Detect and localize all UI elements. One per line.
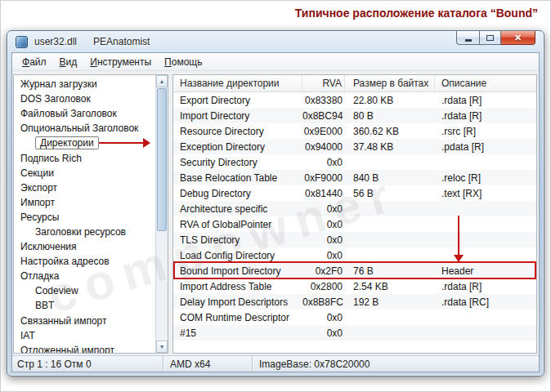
tree-item-import[interactable]: Импорт — [14, 195, 155, 210]
table-row[interactable]: Debug Directory0x8144056 B.text [RX] — [173, 185, 536, 201]
cell-name: Export Directory — [173, 95, 302, 106]
menu-item-label: В — [60, 56, 66, 68]
tree-item-load-journal[interactable]: Журнал загрузки — [14, 77, 155, 91]
cell-name: Bound Import Directory — [173, 265, 302, 277]
menu-item-file[interactable]: Файл — [16, 55, 53, 69]
tree-item-dos-header[interactable]: DOS Заголовок — [14, 91, 155, 106]
cell-description: .rdata [RC] — [435, 296, 536, 308]
column-header-description[interactable]: Описание — [435, 75, 536, 91]
tree-item-label: Подпись Rich — [20, 153, 82, 164]
table-row[interactable]: Export Directory0x8338022.80 KB.rdata [R… — [173, 92, 536, 108]
table-row[interactable]: TLS Directory0x0 — [173, 232, 536, 247]
tree-item-export[interactable]: Экспорт — [14, 180, 155, 195]
directory-table: Название директории RVA Размер в байтах … — [172, 74, 537, 354]
table-row[interactable]: Exception Directory0x9400037.48 KB.pdata… — [173, 139, 536, 154]
app-icon — [16, 36, 28, 48]
cell-name: Import Address Table — [173, 281, 302, 292]
table-row[interactable]: Security Directory0x0 — [173, 154, 536, 170]
cell-size: 56 B — [345, 188, 435, 199]
column-header-name[interactable]: Название директории — [173, 75, 302, 91]
cell-rva: 0x94000 — [302, 141, 345, 153]
cell-name: Import Directory — [173, 110, 302, 122]
table-row[interactable]: #150x0 — [173, 325, 536, 341]
cell-rva: 0x0 — [302, 157, 345, 168]
status-imagebase: ImageBase: 0x78C20000 — [253, 356, 539, 372]
red-arrow-down-line — [458, 216, 459, 255]
cell-description: .rdata [R] — [435, 110, 536, 122]
tree-item-codeview[interactable]: Codeview — [14, 283, 155, 298]
cell-description: .reloc [R] — [435, 172, 536, 184]
tree-item-label: Исключения — [20, 241, 77, 252]
table-row[interactable]: Load Config Directory0x0 — [173, 247, 536, 263]
tree-item-bound-import[interactable]: Связанный импорт — [14, 314, 155, 328]
scrollbar-thumb[interactable] — [157, 88, 167, 231]
table-row[interactable]: Delay Import Descriptors0x8B8FC192 B.rda… — [173, 294, 536, 310]
cell-size: 2.54 KB — [345, 281, 435, 292]
menu-item-tools[interactable]: Инструменты — [83, 55, 158, 69]
tree-scrollbar[interactable]: ▲ ▼ — [155, 75, 168, 353]
cell-rva: 0x0 — [302, 219, 345, 230]
cell-description: .pdata [R] — [435, 141, 536, 153]
tree-item-relocations[interactable]: Настройка адресов — [14, 254, 155, 269]
table-row[interactable]: Resource Directory0x9E000360.62 KB.rsrc … — [173, 123, 536, 139]
app-window: user32.dllPEAnatomist ✕ Файл Вид Инструм… — [7, 30, 544, 376]
cell-size: 360.62 KB — [345, 126, 435, 137]
tree-item-exceptions[interactable]: Исключения — [14, 239, 155, 254]
cell-name: TLS Directory — [173, 234, 302, 246]
table-row[interactable]: COM Runtime Descriptor0x0 — [173, 310, 536, 325]
column-header-size[interactable]: Размер в байтах — [345, 75, 435, 91]
table-row[interactable]: RVA of GlobalPointer0x0 — [173, 216, 536, 232]
tree-item-label: Экспорт — [20, 182, 57, 194]
cell-size: 22.80 KB — [345, 95, 435, 106]
column-header-rva[interactable]: RVA — [302, 75, 345, 91]
scroll-down-button[interactable]: ▼ — [156, 341, 168, 353]
scroll-up-icon: ▲ — [159, 78, 165, 84]
red-arrow-right-line — [99, 142, 143, 144]
table-row[interactable]: Base Relocation Table0xF9000840 B.reloc … — [173, 170, 536, 185]
tree-item-rich-signature[interactable]: Подпись Rich — [14, 150, 155, 165]
red-arrow-right-icon — [143, 138, 150, 148]
cell-name: #15 — [173, 327, 302, 339]
menu-item-label: айл — [29, 56, 46, 68]
tree-item-delay-import[interactable]: Отложенный импорт — [14, 343, 155, 354]
page-title: Типичное расположение каталога “Bound” — [295, 7, 538, 20]
tree-item-resource-headers[interactable]: Заголовки ресурсов — [14, 225, 155, 239]
maximize-icon — [486, 35, 494, 41]
cell-rva: 0x83380 — [302, 95, 345, 106]
window-title: user32.dllPEAnatomist — [34, 36, 150, 47]
red-arrow-down-icon — [454, 255, 464, 262]
tree-item-label: Ресурсы — [20, 212, 59, 223]
cell-rva: 0x0 — [302, 250, 345, 261]
tree-item-label: Codeview — [35, 285, 78, 296]
menu-item-label: Ф — [22, 56, 29, 68]
tree-item-optional-header[interactable]: Опциональный Заголовок — [14, 121, 155, 136]
close-button[interactable]: ✕ — [501, 31, 535, 45]
table-body: Export Directory0x8338022.80 KB.rdata [R… — [173, 92, 536, 341]
tree-item-file-header[interactable]: Файловый Заголовок — [14, 106, 155, 121]
tree-item-bbt[interactable]: BBT — [14, 298, 155, 313]
tree-item-label: Заголовки ресурсов — [35, 226, 126, 238]
menu-item-label: ид — [66, 56, 78, 68]
cell-size: 37.48 KB — [345, 141, 435, 153]
tree-item-label: Связанный импорт — [20, 315, 107, 327]
tree-item-sections[interactable]: Секции — [14, 166, 155, 180]
tree-item-iat[interactable]: IAT — [14, 328, 155, 343]
table-row[interactable]: Architecture specific0x0 — [173, 201, 536, 216]
scroll-up-button[interactable]: ▲ — [156, 75, 168, 87]
table-row[interactable]: Import Directory0x8BC9480 B.rdata [R] — [173, 108, 536, 123]
status-bar: Стр 1 : 16 Отм 0 AMD x64 ImageBase: 0x78… — [12, 355, 539, 372]
tree-item-label: Отложенный импорт — [20, 345, 114, 354]
maximize-button[interactable] — [479, 31, 501, 45]
tree-item-resources[interactable]: Ресурсы — [14, 210, 155, 225]
window-title-app: PEAnatomist — [93, 36, 150, 47]
menu-bar: Файл Вид Инструменты Помощь — [12, 53, 539, 71]
table-row[interactable]: Import Address Table0x28002.54 KB.rdata … — [173, 278, 536, 294]
table-row-bound-import[interactable]: Bound Import Directory0x2F076 BHeader — [173, 263, 536, 278]
cell-name: Architecture specific — [173, 203, 302, 215]
minimize-button[interactable] — [456, 31, 479, 45]
tree-item-label: Журнал загрузки — [20, 78, 97, 90]
tree-item-debug[interactable]: Отладка — [14, 269, 155, 283]
title-bar[interactable]: user32.dllPEAnatomist ✕ — [7, 31, 544, 52]
menu-item-view[interactable]: Вид — [53, 55, 84, 69]
menu-item-help[interactable]: Помощь — [158, 55, 208, 69]
